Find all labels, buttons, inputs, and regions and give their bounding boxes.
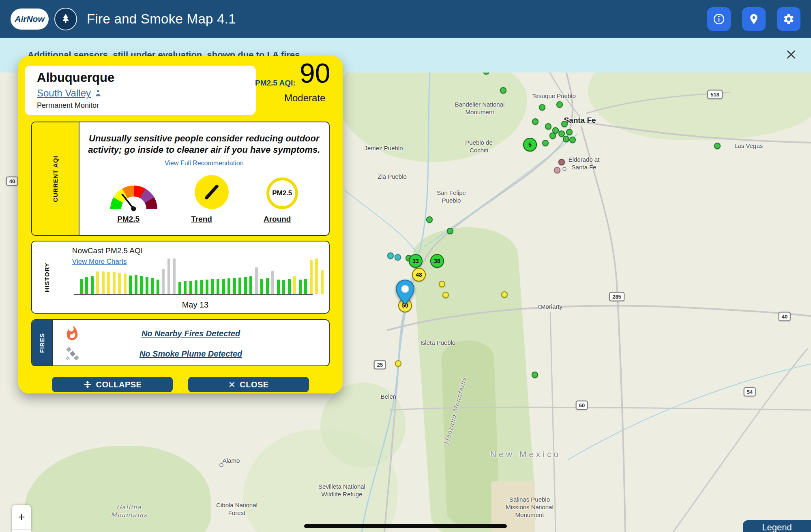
- history-tab-label: HISTORY: [43, 263, 50, 292]
- trend-icon[interactable]: [195, 175, 229, 209]
- close-x-icon: [785, 49, 797, 61]
- monitor-marker[interactable]: [554, 167, 560, 173]
- chart-bar: [178, 282, 181, 294]
- collapse-button[interactable]: COLLAPSE: [52, 377, 173, 392]
- monitor-marker[interactable]: [447, 228, 453, 234]
- monitor-marker[interactable]: [561, 121, 568, 127]
- history-chart-axis: [74, 294, 313, 295]
- around-icon[interactable]: PM2.5: [266, 177, 298, 209]
- chart-bar: [238, 278, 241, 294]
- chart-bar: [135, 275, 137, 294]
- chart-bar: [102, 271, 105, 294]
- banner-close-button[interactable]: [783, 48, 800, 62]
- person-monitor-icon: [94, 89, 102, 97]
- chart-bar: [195, 280, 197, 294]
- chart-bar: [244, 277, 247, 294]
- chart-bar: [222, 279, 225, 294]
- town-dot: [538, 305, 542, 309]
- view-full-recommendation-link[interactable]: View Full Recommendation: [79, 160, 329, 167]
- monitor-marker[interactable]: [500, 87, 506, 94]
- locate-button[interactable]: [742, 7, 766, 31]
- monitor-marker[interactable]: [542, 140, 549, 146]
- history-tab: HISTORY: [32, 241, 62, 313]
- chart-bar: [189, 281, 192, 294]
- monitor-marker[interactable]: [532, 118, 539, 125]
- close-button[interactable]: CLOSE: [188, 377, 309, 392]
- monitor-type: Permanent Monitor: [37, 101, 256, 110]
- no-nearby-fires-link[interactable]: No Nearby Fires Detected: [142, 329, 240, 338]
- around-tab-link[interactable]: Around: [264, 215, 291, 224]
- chart-bar: [282, 280, 285, 294]
- panel-buttons: COLLAPSE CLOSE: [18, 377, 343, 392]
- monitor-marker[interactable]: [558, 159, 565, 165]
- current-aqi-tab: CURRENT AQI: [32, 122, 79, 235]
- zoom-in-button[interactable]: +: [12, 505, 31, 530]
- monitor-marker-aqi[interactable]: 33: [409, 254, 423, 268]
- monitor-marker[interactable]: [549, 132, 556, 139]
- chart-bar: [129, 276, 132, 294]
- history-chart-bars: [80, 254, 324, 294]
- monitor-marker[interactable]: [395, 360, 401, 367]
- monitor-marker[interactable]: [501, 291, 508, 298]
- fires-tab-label: FIRES: [39, 333, 45, 353]
- zoom-control: + −: [12, 505, 31, 532]
- zoom-out-button[interactable]: −: [12, 530, 31, 532]
- monitor-marker[interactable]: [556, 101, 563, 108]
- gauge-tab-link[interactable]: PM2.5: [117, 215, 139, 224]
- no-smoke-plume-link[interactable]: No Smoke Plume Detected: [139, 349, 242, 359]
- chart-bar: [277, 280, 280, 294]
- around-icon-label: PM2.5: [272, 189, 292, 197]
- monitor-marker[interactable]: [545, 123, 551, 130]
- chart-bar: [315, 259, 318, 294]
- chart-bar: [173, 259, 176, 294]
- legend-button[interactable]: Legend: [743, 520, 811, 532]
- settings-button[interactable]: [777, 7, 800, 31]
- app-header: AirNow Fire and Smoke Map 4.1: [0, 0, 811, 38]
- airnow-logo[interactable]: AirNow: [11, 9, 49, 30]
- aqi-label-link[interactable]: PM2.5 AQI:: [255, 79, 296, 88]
- chart-bar: [227, 278, 230, 294]
- monitor-marker-aqi[interactable]: 38: [430, 254, 444, 268]
- town-dot: [562, 167, 566, 171]
- selected-location-pin[interactable]: [395, 280, 415, 305]
- close-icon: [228, 381, 236, 388]
- monitor-marker-aqi[interactable]: 5: [523, 138, 537, 152]
- monitor-detail-panel: Albuquerque South Valley Permanent Monit…: [18, 56, 343, 393]
- monitor-marker[interactable]: [569, 137, 576, 143]
- chart-bar: [299, 280, 302, 294]
- chart-bar: [200, 280, 203, 294]
- app-title: Fire and Smoke Map 4.1: [87, 11, 236, 27]
- info-icon: [713, 13, 725, 25]
- satellite-icon: [64, 345, 81, 362]
- monitor-marker[interactable]: [714, 143, 721, 149]
- monitor-marker[interactable]: [539, 104, 545, 111]
- trend-slash: [204, 184, 219, 201]
- monitor-marker[interactable]: [439, 281, 445, 287]
- info-button[interactable]: [707, 7, 731, 31]
- site-link[interactable]: South Valley: [37, 88, 91, 99]
- aqi-gauge-icon[interactable]: [110, 186, 157, 209]
- current-aqi-section: CURRENT AQI Unusually sensitive people c…: [31, 122, 330, 236]
- chart-bar: [162, 269, 165, 294]
- forest-service-logo-icon: [54, 8, 77, 30]
- chart-bar: [233, 278, 236, 294]
- chart-bar: [304, 279, 307, 294]
- trend-tab-link[interactable]: Trend: [191, 215, 212, 224]
- monitor-marker[interactable]: [442, 292, 449, 298]
- monitor-marker[interactable]: [563, 136, 569, 142]
- chart-bar: [184, 281, 187, 294]
- monitor-marker[interactable]: [395, 254, 401, 261]
- monitor-marker[interactable]: [387, 252, 394, 259]
- monitor-marker[interactable]: [426, 216, 433, 223]
- current-aqi-tab-label: CURRENT AQI: [52, 156, 59, 202]
- monitor-marker[interactable]: [566, 129, 573, 135]
- chart-bar: [217, 279, 219, 294]
- aqi-category: Moderate: [284, 92, 325, 104]
- chart-bar: [157, 280, 159, 294]
- history-section: HISTORY NowCast PM2.5 AQI View More Char…: [31, 241, 330, 314]
- aqi-value: 90: [300, 59, 330, 87]
- chart-bar: [271, 271, 274, 294]
- chart-bar: [310, 260, 313, 294]
- chart-bar: [140, 276, 143, 294]
- monitor-marker[interactable]: [532, 372, 538, 378]
